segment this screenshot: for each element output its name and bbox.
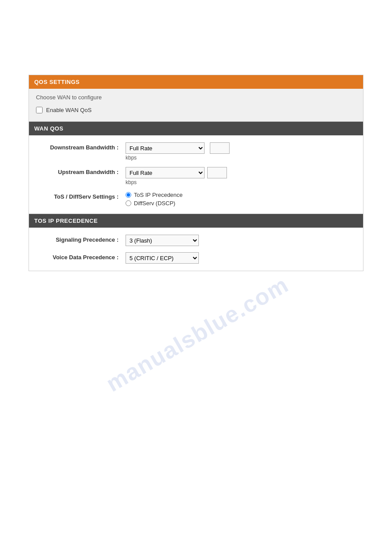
signaling-precedence-control: 0 (Routine) 1 (Priority) 2 (Immediate) 3… xyxy=(126,235,199,246)
upstream-input-row: Full Rate Custom 64 xyxy=(126,167,227,178)
wan-qos-section: WAN QOS Downstream Bandwidth : Full Rate… xyxy=(29,121,363,214)
tos-radio-label: ToS IP Precedence xyxy=(134,192,183,198)
enable-wan-checkbox[interactable] xyxy=(36,107,43,113)
voice-data-precedence-control: 0 (Routine) 1 (Priority) 2 (Immediate) 3… xyxy=(126,252,199,264)
choose-wan-row: Choose WAN to configure xyxy=(36,94,356,101)
upstream-select[interactable]: Full Rate Custom xyxy=(126,167,205,178)
qos-settings-header: QOS SETTINGS xyxy=(29,75,363,89)
upstream-label: Upstream Bandwidth : xyxy=(38,167,126,175)
tos-ip-precedence-body: Signaling Precedence : 0 (Routine) 1 (Pr… xyxy=(29,228,363,271)
qos-settings-body: Choose WAN to configure Enable WAN QoS xyxy=(29,89,363,121)
tos-diffserv-row: ToS / DiffServ Settings : ToS IP Precede… xyxy=(38,192,354,207)
wan-qos-title: WAN QOS xyxy=(34,125,63,132)
upstream-controls: Full Rate Custom 64 kbps xyxy=(126,167,227,185)
downstream-input-row: Full Rate Custom 64 xyxy=(126,142,230,154)
watermark: manualsblue.com xyxy=(101,271,293,397)
voice-data-precedence-select[interactable]: 0 (Routine) 1 (Priority) 2 (Immediate) 3… xyxy=(126,252,199,264)
downstream-label: Downstream Bandwidth : xyxy=(38,142,126,151)
diffserv-radio-label: DiffServ (DSCP) xyxy=(134,200,175,207)
upstream-unit: kbps xyxy=(126,179,227,185)
tos-diffserv-options: ToS IP Precedence DiffServ (DSCP) xyxy=(126,192,183,207)
voice-data-precedence-row: Voice Data Precedence : 0 (Routine) 1 (P… xyxy=(38,252,354,264)
qos-settings-title: QOS SETTINGS xyxy=(34,79,80,85)
downstream-select[interactable]: Full Rate Custom xyxy=(126,142,205,154)
wan-qos-header: WAN QOS xyxy=(29,122,363,135)
signaling-precedence-label: Signaling Precedence : xyxy=(38,235,126,243)
downstream-bandwidth-row: Downstream Bandwidth : Full Rate Custom … xyxy=(38,142,354,161)
wan-qos-body: Downstream Bandwidth : Full Rate Custom … xyxy=(29,135,363,214)
voice-data-precedence-label: Voice Data Precedence : xyxy=(38,252,126,261)
signaling-precedence-row: Signaling Precedence : 0 (Routine) 1 (Pr… xyxy=(38,235,354,246)
upstream-bandwidth-row: Upstream Bandwidth : Full Rate Custom 64… xyxy=(38,167,354,185)
tos-ip-precedence-section: TOS IP PRECEDENCE Signaling Precedence :… xyxy=(29,214,363,271)
enable-wan-row[interactable]: Enable WAN QoS xyxy=(36,104,356,116)
upstream-input[interactable]: 64 xyxy=(207,167,227,178)
downstream-controls: Full Rate Custom 64 kbps xyxy=(126,142,230,161)
tos-radio[interactable] xyxy=(126,192,131,198)
tos-ip-precedence-title: TOS IP PRECEDENCE xyxy=(34,218,98,224)
diffserv-radio-row[interactable]: DiffServ (DSCP) xyxy=(126,200,183,207)
qos-settings-section: QOS SETTINGS Choose WAN to configure Ena… xyxy=(29,75,363,122)
choose-wan-label: Choose WAN to configure xyxy=(36,94,102,101)
tos-ip-precedence-header: TOS IP PRECEDENCE xyxy=(29,214,363,228)
enable-wan-label: Enable WAN QoS xyxy=(46,107,92,113)
tos-diffserv-label: ToS / DiffServ Settings : xyxy=(38,192,126,200)
tos-radio-row[interactable]: ToS IP Precedence xyxy=(126,192,183,198)
diffserv-radio[interactable] xyxy=(126,200,131,206)
downstream-unit: kbps xyxy=(126,155,230,161)
downstream-input[interactable]: 64 xyxy=(210,142,230,154)
signaling-precedence-select[interactable]: 0 (Routine) 1 (Priority) 2 (Immediate) 3… xyxy=(126,235,199,246)
